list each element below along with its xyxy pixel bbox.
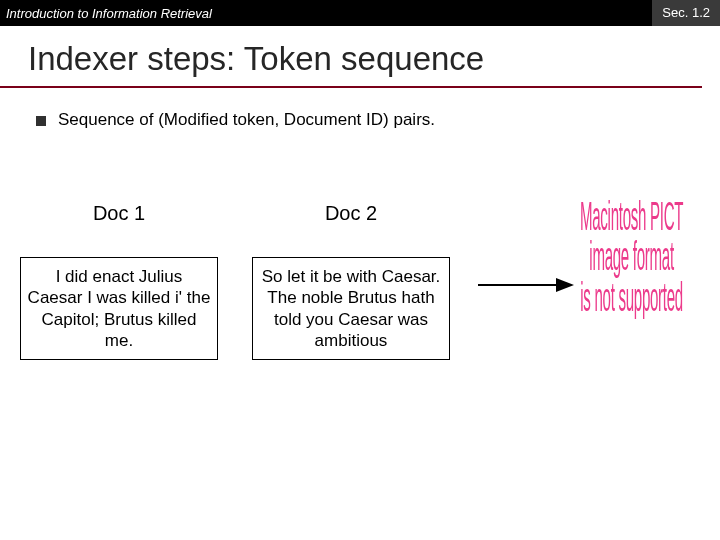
doc-text-box: So let it be with Caesar. The noble Brut… xyxy=(252,257,450,360)
doc-column: Doc 2 So let it be with Caesar. The nobl… xyxy=(252,202,450,360)
pict-line: Macintosh PICT xyxy=(580,196,683,236)
pict-placeholder: Macintosh PICT image format is not suppo… xyxy=(580,196,683,317)
arrow-head-icon xyxy=(556,278,574,292)
doc-text-box: I did enact Julius Caesar I was killed i… xyxy=(20,257,218,360)
bullet-text: Sequence of (Modified token, Document ID… xyxy=(58,110,435,130)
slide-title: Indexer steps: Token sequence xyxy=(0,26,702,88)
bullet-square-icon xyxy=(36,116,46,126)
doc-label: Doc 1 xyxy=(93,202,145,225)
pict-line: is not supported xyxy=(580,277,683,317)
arrow-icon xyxy=(478,278,576,292)
bullet-item: Sequence of (Modified token, Document ID… xyxy=(0,88,720,130)
doc-column: Doc 1 I did enact Julius Caesar I was ki… xyxy=(20,202,218,360)
header-bar: Introduction to Information Retrieval Se… xyxy=(0,0,720,26)
doc-label: Doc 2 xyxy=(325,202,377,225)
header-course-title: Introduction to Information Retrieval xyxy=(6,6,212,21)
arrow-shaft xyxy=(478,284,556,287)
pict-line: image format xyxy=(580,236,683,276)
header-section-tag: Sec. 1.2 xyxy=(652,0,720,26)
